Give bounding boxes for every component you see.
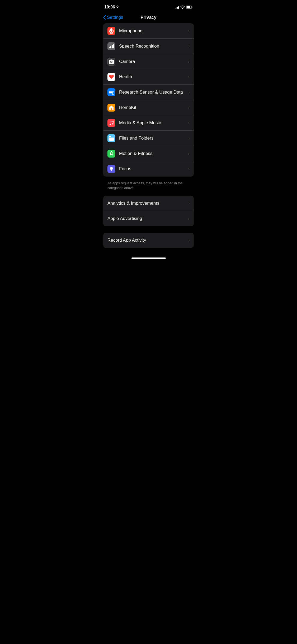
camera-item[interactable]: Camera › (103, 54, 194, 69)
back-button[interactable]: Settings (103, 15, 123, 20)
location-icon (116, 6, 119, 9)
microphone-icon-bg (107, 27, 115, 35)
health-icon-bg (107, 73, 115, 81)
media-label: Media & Apple Music (119, 120, 186, 126)
advertising-chevron: › (188, 217, 190, 221)
health-label: Health (119, 74, 186, 80)
fitness-icon (109, 151, 114, 156)
motion-label: Motion & Fitness (119, 151, 186, 156)
status-bar: 10:06 (99, 0, 198, 13)
battery-icon (186, 6, 193, 9)
main-content: Microphone › Speech Recognition › (99, 23, 198, 255)
record-label: Record App Activity (107, 238, 186, 243)
nav-bar: Settings Privacy (99, 13, 198, 23)
camera-label: Camera (119, 59, 186, 64)
speech-label: Speech Recognition (119, 44, 186, 49)
camera-icon (109, 59, 114, 64)
analytics-group: Analytics & Improvements › Apple Adverti… (103, 196, 194, 226)
microphone-label: Microphone (119, 28, 186, 34)
home-bar (131, 257, 166, 259)
analytics-label: Analytics & Improvements (107, 201, 186, 206)
health-icon (109, 75, 114, 79)
time-display: 10:06 (104, 5, 115, 10)
home-indicator (99, 255, 198, 260)
health-item[interactable]: Health › (103, 69, 194, 85)
svg-line-17 (111, 121, 114, 122)
homekit-label: HomeKit (119, 105, 186, 110)
status-icons (175, 6, 193, 9)
focus-item[interactable]: Focus › (103, 161, 194, 177)
svg-rect-2 (187, 6, 190, 8)
files-label: Files and Folders (119, 136, 186, 141)
media-chevron: › (188, 121, 190, 125)
focus-chevron: › (188, 167, 190, 171)
svg-point-20 (111, 151, 112, 152)
analytics-chevron: › (188, 201, 190, 205)
speech-icon (109, 44, 114, 48)
record-item[interactable]: Record App Activity › (103, 233, 194, 248)
record-chevron: › (188, 238, 190, 242)
svg-rect-14 (109, 94, 112, 94)
status-time: 10:06 (104, 5, 119, 10)
research-label: Research Sensor & Usage Data (119, 90, 186, 95)
files-icon-bg (107, 134, 115, 142)
svg-rect-8 (112, 45, 113, 48)
svg-rect-12 (109, 91, 114, 92)
music-icon-bg (107, 119, 115, 127)
svg-line-16 (114, 94, 114, 95)
speech-chevron: › (188, 44, 190, 48)
music-icon (109, 121, 114, 125)
files-icon (109, 136, 114, 141)
record-group: Record App Activity › (103, 233, 194, 248)
svg-rect-9 (113, 44, 114, 48)
homekit-item[interactable]: HomeKit › (103, 100, 194, 115)
svg-point-11 (111, 61, 112, 62)
homekit-chevron: › (188, 105, 190, 110)
health-chevron: › (188, 75, 190, 79)
svg-rect-19 (109, 136, 111, 137)
footer-note: As apps request access, they will be add… (99, 179, 198, 196)
page-title: Privacy (140, 15, 157, 20)
research-icon-bg (107, 88, 115, 96)
microphone-icon (109, 28, 114, 34)
research-item[interactable]: Research Sensor & Usage Data › (103, 85, 194, 100)
svg-rect-1 (192, 7, 192, 8)
motion-item[interactable]: Motion & Fitness › (103, 146, 194, 161)
files-chevron: › (188, 136, 190, 140)
wifi-icon (180, 6, 185, 9)
analytics-item[interactable]: Analytics & Improvements › (103, 196, 194, 211)
homekit-icon (109, 105, 114, 110)
back-label: Settings (107, 15, 123, 20)
microphone-item[interactable]: Microphone › (103, 23, 194, 39)
advertising-label: Apple Advertising (107, 216, 186, 221)
microphone-chevron: › (188, 29, 190, 33)
signal-icon (175, 6, 179, 9)
research-icon (109, 90, 114, 95)
svg-rect-3 (110, 28, 112, 32)
privacy-settings-group: Microphone › Speech Recognition › (103, 23, 194, 177)
focus-icon (109, 167, 114, 171)
svg-rect-7 (110, 46, 111, 48)
homekit-icon-bg (107, 104, 115, 112)
speech-icon-bg (107, 42, 115, 50)
svg-rect-21 (111, 171, 112, 171)
camera-chevron: › (188, 59, 190, 64)
research-chevron: › (188, 90, 190, 94)
camera-icon-bg (107, 58, 115, 66)
svg-rect-6 (109, 47, 110, 48)
files-item[interactable]: Files and Folders › (103, 131, 194, 146)
media-item[interactable]: Media & Apple Music › (103, 115, 194, 131)
speech-recognition-item[interactable]: Speech Recognition › (103, 39, 194, 54)
svg-rect-13 (109, 92, 113, 93)
motion-chevron: › (188, 151, 190, 156)
fitness-icon-bg (107, 150, 115, 158)
focus-icon-bg (107, 165, 115, 173)
advertising-item[interactable]: Apple Advertising › (103, 211, 194, 226)
focus-label: Focus (119, 166, 186, 172)
